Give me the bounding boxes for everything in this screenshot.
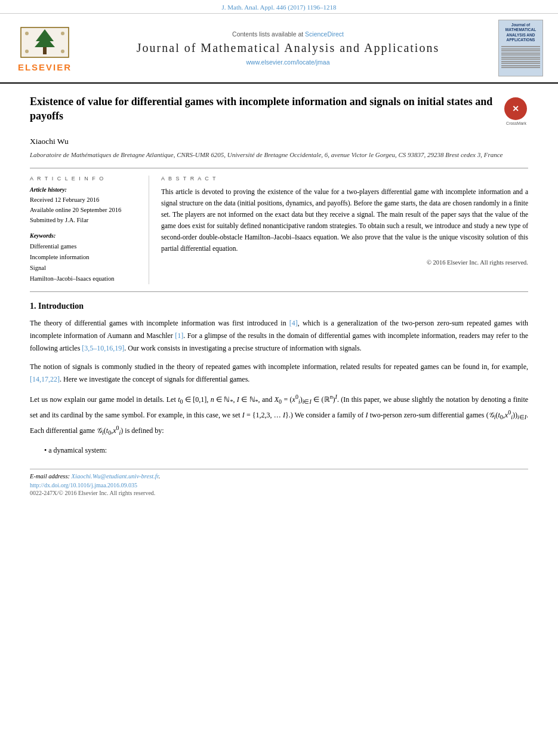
- keywords-list: Differential games Incomplete informatio…: [30, 241, 139, 284]
- email-link[interactable]: Xiaochi.Wu@etudiant.univ-brest.fr: [72, 473, 159, 480]
- footer-divider: [30, 469, 528, 469]
- introduction-heading: 1. Introduction: [30, 302, 528, 311]
- crossmark-badge: ✕ CrossMark: [504, 97, 528, 121]
- ref-4[interactable]: [4]: [289, 319, 298, 327]
- elsevier-brand-text: ELSEVIER: [18, 62, 72, 72]
- ref-3-19[interactable]: [3,5–10,16,19]: [82, 344, 124, 352]
- body-content: 1. Introduction The theory of differenti…: [30, 302, 528, 457]
- cover-title: Journal ofMATHEMATICALANALYSIS ANDAPPLIC…: [505, 23, 536, 43]
- page-wrapper: J. Math. Anal. Appl. 446 (2017) 1196–121…: [0, 0, 558, 756]
- intro-paragraph-2: The notion of signals is commonly studie…: [30, 361, 528, 386]
- journal-title: Journal of Mathematical Analysis and App…: [87, 41, 489, 55]
- journal-header: ELSEVIER Contents lists available at Sci…: [0, 14, 558, 84]
- science-direct-link[interactable]: ScienceDirect: [305, 30, 344, 38]
- svg-point-5: [25, 32, 29, 35]
- available-date: Available online 20 September 2016: [30, 207, 121, 213]
- doi-link[interactable]: http://dx.doi.org/10.1016/j.jmaa.2016.09…: [30, 482, 137, 488]
- contents-available-label: Contents lists available at: [232, 30, 303, 38]
- article-title-text: Existence of value for differential game…: [30, 94, 498, 130]
- article-title-section: Existence of value for differential game…: [30, 94, 528, 130]
- title-divider: [30, 168, 528, 168]
- article-info-panel: A R T I C L E I N F O Article history: R…: [30, 176, 149, 284]
- science-direct-line: Contents lists available at ScienceDirec…: [87, 30, 489, 38]
- svg-point-7: [25, 50, 29, 53]
- cover-lines: [501, 45, 540, 69]
- article-content: Existence of value for differential game…: [0, 84, 558, 508]
- email-line: E-mail address: Xiaochi.Wu@etudiant.univ…: [30, 473, 528, 480]
- article-info-heading: A R T I C L E I N F O: [30, 176, 139, 182]
- keyword-2: Incomplete information: [30, 254, 89, 260]
- author-affiliation: Laboratoire de Mathématiques de Bretagne…: [30, 150, 528, 160]
- journal-cover-image: Journal ofMATHEMATICALANALYSIS ANDAPPLIC…: [498, 20, 546, 76]
- intro-paragraph-3: Let us now explain our game model in det…: [30, 392, 528, 438]
- svg-point-8: [61, 50, 64, 53]
- keywords-label: Keywords:: [30, 232, 139, 239]
- copyright-line: © 2016 Elsevier Inc. All rights reserved…: [161, 259, 528, 266]
- keyword-1: Differential games: [30, 243, 76, 250]
- intro-paragraph-1: The theory of differential games with in…: [30, 317, 528, 355]
- journal-url[interactable]: www.elsevier.com/locate/jmaa: [87, 59, 489, 66]
- svg-rect-1: [43, 47, 47, 54]
- abstract-heading: A B S T R A C T: [161, 176, 528, 182]
- citation-text: J. Math. Anal. Appl. 446 (2017) 1196–121…: [221, 4, 336, 11]
- doi-line[interactable]: http://dx.doi.org/10.1016/j.jmaa.2016.09…: [30, 482, 528, 488]
- crossmark-icon: ✕: [504, 97, 527, 120]
- top-citation: J. Math. Anal. Appl. 446 (2017) 1196–121…: [0, 0, 558, 14]
- crossmark-label: CrossMark: [504, 121, 528, 125]
- received-date: Received 12 February 2016: [30, 196, 99, 203]
- abstract-section: A B S T R A C T This article is devoted …: [161, 176, 528, 284]
- article-history-label: Article history:: [30, 186, 139, 193]
- journal-info-center: Contents lists available at ScienceDirec…: [87, 30, 489, 66]
- rights-line: 0022-247X/© 2016 Elsevier Inc. All right…: [30, 490, 528, 496]
- submitted-by: Submitted by J.A. Filar: [30, 217, 88, 223]
- info-abstract-section: A R T I C L E I N F O Article history: R…: [30, 176, 528, 284]
- svg-point-6: [61, 32, 64, 35]
- journal-cover: Journal ofMATHEMATICALANALYSIS ANDAPPLIC…: [498, 20, 543, 76]
- ref-1[interactable]: [1]: [175, 331, 183, 340]
- author-name: Xiaochi Wu: [30, 137, 528, 146]
- keyword-4: Hamilton–Jacobi–Isaacs equation: [30, 275, 114, 282]
- bullet-item-dynamical: a dynamical system:: [44, 444, 528, 457]
- elsevier-logo: ELSEVIER: [12, 24, 78, 72]
- abstract-text: This article is devoted to proving the e…: [161, 186, 528, 254]
- email-label: E-mail address:: [30, 473, 70, 480]
- keyword-3: Signal: [30, 265, 46, 271]
- article-title: Existence of value for differential game…: [30, 94, 498, 124]
- elsevier-tree-icon: [18, 24, 72, 60]
- abstract-divider: [30, 291, 528, 292]
- article-history: Received 12 February 2016 Available onli…: [30, 195, 139, 225]
- ref-14-22[interactable]: [14,17,22]: [30, 375, 60, 383]
